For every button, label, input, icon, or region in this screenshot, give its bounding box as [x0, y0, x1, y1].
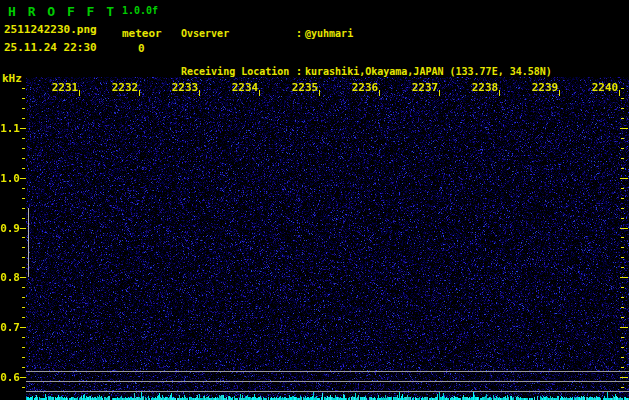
freq-tick-left — [22, 88, 25, 89]
freq-tick-left — [22, 367, 25, 368]
carrier-line — [26, 371, 629, 372]
time-tick — [499, 90, 500, 96]
freq-tick-right — [621, 158, 624, 159]
time-tick-label: 2239 — [523, 81, 567, 94]
output-filename: 2511242230.png — [4, 23, 97, 36]
freq-tick-right — [620, 277, 628, 278]
freq-tick-right — [620, 377, 628, 378]
freq-tick-left — [22, 118, 25, 119]
freq-tick-left — [22, 138, 25, 139]
freq-tick-left — [22, 307, 25, 308]
freq-tick-left — [22, 208, 25, 209]
freq-tick-right — [621, 387, 624, 388]
app-title: H R O F F T — [8, 4, 116, 19]
hrofft-window: H R O F F T 1.0.0f 2511242230.png meteor… — [0, 0, 629, 400]
meteor-count-label: meteor — [122, 27, 162, 40]
freq-tick-left — [20, 178, 26, 179]
time-tick-label: 2233 — [163, 81, 207, 94]
freq-tick-right — [621, 307, 624, 308]
app-version: 1.0.0f — [122, 5, 158, 16]
meteor-count-value: 0 — [138, 42, 145, 55]
y-axis-unit-label: kHz — [2, 72, 22, 85]
time-tick-label: 2240 — [583, 81, 627, 94]
freq-tick-right — [620, 327, 628, 328]
freq-tick-right — [621, 297, 624, 298]
freq-tick-label: 0.9 — [0, 222, 20, 235]
freq-tick-right — [621, 347, 624, 348]
observation-datetime: 25.11.24 22:30 — [4, 41, 97, 54]
freq-tick-left — [22, 347, 25, 348]
time-tick — [319, 90, 320, 96]
freq-tick-right — [620, 178, 628, 179]
freq-tick-left — [22, 237, 25, 238]
freq-tick-left — [20, 128, 26, 129]
time-tick — [139, 90, 140, 96]
freq-tick-left — [22, 287, 25, 288]
time-tick-label: 2238 — [463, 81, 507, 94]
freq-tick-right — [620, 228, 628, 229]
info-value: @yuhmari — [305, 28, 353, 41]
freq-tick-right — [621, 188, 624, 189]
time-tick-label: 2232 — [103, 81, 147, 94]
freq-tick-label: 0.7 — [0, 321, 20, 334]
time-tick — [379, 90, 380, 96]
freq-tick-left — [20, 327, 26, 328]
freq-tick-left — [22, 267, 25, 268]
freq-tick-left — [22, 218, 25, 219]
freq-tick-label: 0.8 — [0, 271, 20, 284]
freq-tick-right — [621, 148, 624, 149]
time-tick-label: 2234 — [223, 81, 267, 94]
freq-tick-right — [621, 357, 624, 358]
freq-tick-right — [621, 237, 624, 238]
spectrogram-canvas — [26, 77, 629, 400]
info-row-observer: Ovserver:@yuhmari — [181, 28, 552, 41]
freq-tick-right — [621, 118, 624, 119]
freq-tick-left — [22, 317, 25, 318]
freq-tick-right — [621, 337, 624, 338]
freq-tick-right — [621, 208, 624, 209]
time-tick — [259, 90, 260, 96]
carrier-line — [26, 381, 629, 382]
freq-tick-left — [22, 158, 25, 159]
time-tick-label: 2237 — [403, 81, 447, 94]
freq-tick-right — [621, 198, 624, 199]
time-tick — [559, 90, 560, 96]
time-tick-label: 2235 — [283, 81, 327, 94]
freq-tick-left — [22, 297, 25, 298]
freq-tick-left — [22, 148, 25, 149]
freq-tick-right — [621, 138, 624, 139]
time-tick — [439, 90, 440, 96]
freq-tick-right — [621, 267, 624, 268]
freq-tick-left — [20, 228, 26, 229]
freq-tick-left — [22, 108, 25, 109]
freq-tick-label: 1.0 — [0, 172, 20, 185]
freq-tick-right — [621, 257, 624, 258]
time-tick-label: 2236 — [343, 81, 387, 94]
time-tick — [79, 90, 80, 96]
freq-tick-left — [22, 337, 25, 338]
freq-tick-left — [20, 277, 26, 278]
freq-tick-left — [22, 188, 25, 189]
freq-tick-left — [22, 198, 25, 199]
count-band-marker — [28, 208, 29, 277]
freq-tick-left — [22, 98, 25, 99]
freq-tick-right — [621, 98, 624, 99]
freq-tick-right — [620, 128, 628, 129]
freq-tick-left — [20, 377, 26, 378]
freq-tick-left — [22, 257, 25, 258]
carrier-line — [26, 391, 629, 392]
freq-tick-left — [22, 247, 25, 248]
time-tick-label: 2231 — [43, 81, 87, 94]
freq-tick-label: 0.6 — [0, 371, 20, 384]
freq-tick-right — [621, 287, 624, 288]
info-label: Ovserver — [181, 28, 293, 41]
freq-tick-right — [621, 168, 624, 169]
freq-tick-right — [621, 247, 624, 248]
time-tick — [199, 90, 200, 96]
freq-tick-left — [22, 168, 25, 169]
freq-tick-left — [22, 387, 25, 388]
time-tick — [619, 90, 620, 96]
freq-tick-right — [621, 218, 624, 219]
freq-tick-right — [621, 317, 624, 318]
freq-tick-label: 1.1 — [0, 122, 20, 135]
